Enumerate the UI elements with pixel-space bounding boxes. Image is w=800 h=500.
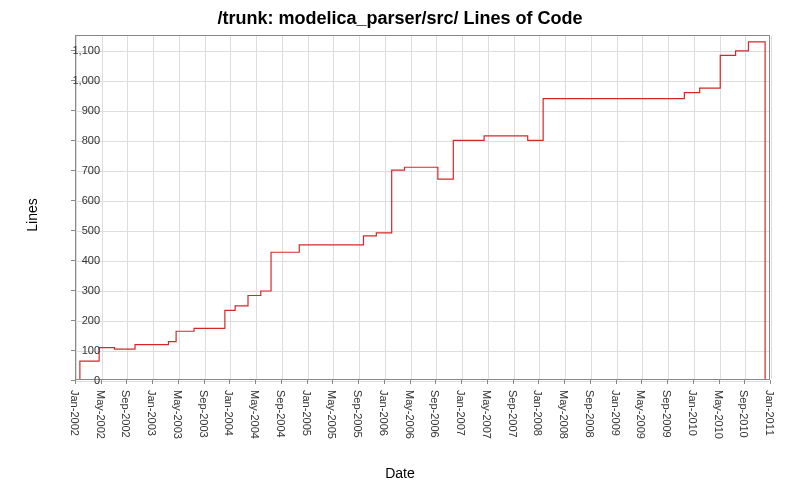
x-tick-label: Jan-2002 bbox=[69, 390, 81, 436]
x-tick-label: Jan-2004 bbox=[223, 390, 235, 436]
x-tick-label: Jan-2011 bbox=[764, 390, 776, 436]
x-tick-label: May-2005 bbox=[326, 390, 338, 439]
x-tick-label: Jan-2003 bbox=[146, 390, 158, 436]
x-tick-label: May-2008 bbox=[558, 390, 570, 439]
x-tick-label: May-2002 bbox=[95, 390, 107, 439]
x-tick-label: Jan-2008 bbox=[532, 390, 544, 436]
plot-area bbox=[75, 35, 770, 380]
x-tick-label: Sep-2010 bbox=[738, 390, 750, 438]
x-tick-label: May-2006 bbox=[404, 390, 416, 439]
x-tick-label: May-2003 bbox=[172, 390, 184, 439]
x-tick-label: May-2010 bbox=[713, 390, 725, 439]
x-axis-label: Date bbox=[0, 465, 800, 481]
x-tick-label: Jan-2007 bbox=[455, 390, 467, 436]
x-tick-label: Jan-2010 bbox=[687, 390, 699, 436]
x-tick-label: May-2004 bbox=[249, 390, 261, 439]
x-tick-label: Sep-2002 bbox=[120, 390, 132, 438]
chart-title: /trunk: modelica_parser/src/ Lines of Co… bbox=[0, 8, 800, 29]
x-tick-label: Sep-2009 bbox=[661, 390, 673, 438]
x-tick-label: Sep-2007 bbox=[507, 390, 519, 438]
x-tick-label: Jan-2005 bbox=[301, 390, 313, 436]
x-tick-label: Sep-2005 bbox=[352, 390, 364, 438]
x-tick-label: May-2007 bbox=[481, 390, 493, 439]
data-series-line bbox=[76, 36, 769, 379]
x-tick-label: Sep-2008 bbox=[584, 390, 596, 438]
x-tick-label: Jan-2009 bbox=[610, 390, 622, 436]
x-tick-label: May-2009 bbox=[635, 390, 647, 439]
y-axis-label: Lines bbox=[24, 198, 40, 231]
x-tick-label: Sep-2003 bbox=[198, 390, 210, 438]
x-tick-label: Jan-2006 bbox=[378, 390, 390, 436]
chart-container: /trunk: modelica_parser/src/ Lines of Co… bbox=[0, 0, 800, 500]
x-tick-label: Sep-2006 bbox=[429, 390, 441, 438]
x-tick-label: Sep-2004 bbox=[275, 390, 287, 438]
